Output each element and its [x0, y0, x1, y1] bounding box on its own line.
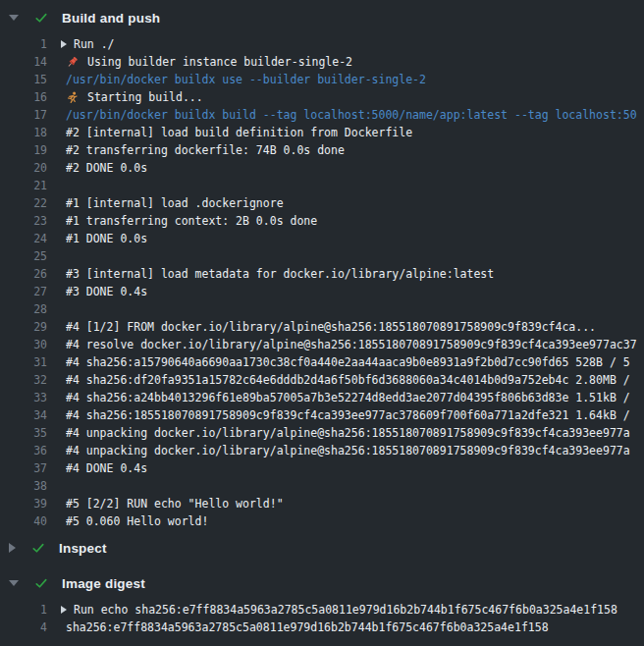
log-line: 16 Starting build...: [0, 88, 644, 106]
log-line-text: Using builder instance builder-single-2: [87, 53, 352, 71]
line-number[interactable]: 22: [0, 194, 47, 212]
section-header-image-digest[interactable]: Image digest: [0, 565, 644, 601]
section-header-build-and-push[interactable]: Build and push: [0, 0, 644, 35]
log-line-text: #4 unpacking docker.io/library/alpine@sh…: [66, 424, 630, 442]
log-line-text: #5 0.060 Hello world!: [66, 512, 208, 530]
log-line-text: #1 transferring context: 2B 0.0s done: [66, 212, 317, 230]
log-section: Inspect: [0, 530, 644, 565]
log-line: 33 #4 sha256:a24bb4013296f61e89ba57005a7…: [0, 389, 644, 406]
chevron-right-icon[interactable]: [9, 543, 16, 553]
log-line-text: /usr/bin/docker buildx build --tag local…: [66, 106, 637, 124]
section-title: Image digest: [62, 576, 145, 591]
section-header-inspect[interactable]: Inspect: [0, 530, 644, 565]
log-line: 1 Run echo sha256:e7ff8834a5963a2785c5a0…: [0, 601, 644, 619]
log-line-text: #4 sha256:185518070891758909c9f839cf4ca3…: [66, 406, 630, 424]
log-line: 31 #4 sha256:a15790640a6690aa1730c38cf0a…: [0, 353, 644, 371]
line-number[interactable]: 20: [0, 159, 47, 177]
line-number[interactable]: 18: [0, 124, 47, 141]
log-line: 26 #3 [internal] load metadata for docke…: [0, 265, 644, 283]
log-line-text: #4 sha256:a15790640a6690aa1730c38cf0a440…: [66, 353, 630, 371]
check-icon: [31, 541, 45, 555]
chevron-down-icon[interactable]: [9, 580, 19, 586]
line-number[interactable]: 39: [0, 495, 47, 512]
line-number[interactable]: 27: [0, 283, 47, 300]
line-number[interactable]: 19: [0, 141, 47, 159]
line-number[interactable]: 23: [0, 212, 47, 230]
chevron-down-icon[interactable]: [9, 15, 19, 21]
log-line-text: #3 DONE 0.4s: [66, 283, 147, 300]
log-line: 37 #4 DONE 0.4s: [0, 459, 644, 477]
log-line-text: #4 sha256:a24bb4013296f61e89ba57005a7b3e…: [66, 389, 630, 406]
log-line: 21: [0, 177, 644, 194]
section-title: Build and push: [62, 11, 160, 26]
check-icon: [34, 576, 48, 590]
expand-group-arrow-icon[interactable]: [61, 606, 67, 614]
line-number[interactable]: 21: [0, 177, 47, 194]
line-number[interactable]: 17: [0, 106, 47, 124]
line-number[interactable]: 1: [0, 35, 47, 53]
expand-group-arrow-icon[interactable]: [61, 40, 67, 48]
log-line: 17 /usr/bin/docker buildx build --tag lo…: [0, 106, 644, 124]
line-number[interactable]: 36: [0, 442, 47, 459]
section-lines: 1 Run echo sha256:e7ff8834a5963a2785c5a0…: [0, 601, 644, 636]
log-line: 27 #3 DONE 0.4s: [0, 283, 644, 300]
log-line: 28: [0, 300, 644, 318]
line-number[interactable]: 29: [0, 318, 47, 336]
line-number[interactable]: 15: [0, 71, 47, 88]
line-number[interactable]: 16: [0, 88, 47, 106]
log-line-text: #2 transferring dockerfile: 74B 0.0s don…: [66, 141, 345, 159]
line-number[interactable]: 4: [0, 619, 47, 636]
actions-job-log: Build and push 1 Run ./ 14 Using builder…: [0, 0, 644, 646]
log-line-text: Run echo sha256:e7ff8834a5963a2785c5a081…: [74, 601, 617, 619]
log-line: 4 sha256:e7ff8834a5963a2785c5a0811e979d1…: [0, 619, 644, 636]
line-number[interactable]: 33: [0, 389, 47, 406]
log-section: Build and push 1 Run ./ 14 Using builder…: [0, 0, 644, 530]
log-line-text: #4 resolve docker.io/library/alpine@sha2…: [66, 336, 637, 353]
log-line: 24 #1 DONE 0.0s: [0, 230, 644, 247]
log-line: 34 #4 sha256:185518070891758909c9f839cf4…: [0, 406, 644, 424]
log-line: 15 /usr/bin/docker buildx use --builder …: [0, 71, 644, 88]
log-line-text: #4 DONE 0.4s: [66, 459, 147, 477]
pushpin-icon: [66, 53, 79, 71]
log-line: 1 Run ./: [0, 35, 644, 53]
line-number[interactable]: 30: [0, 336, 47, 353]
line-number[interactable]: 14: [0, 53, 47, 71]
line-number[interactable]: 28: [0, 300, 47, 318]
log-line: 18 #2 [internal] load build definition f…: [0, 124, 644, 141]
line-number[interactable]: 26: [0, 265, 47, 283]
line-number[interactable]: 32: [0, 371, 47, 389]
log-line: 32 #4 sha256:df20fa9351a15782c64e6dddb2d…: [0, 371, 644, 389]
log-line-text: #4 unpacking docker.io/library/alpine@sh…: [66, 442, 630, 459]
log-line: 40 #5 0.060 Hello world!: [0, 512, 644, 530]
line-number[interactable]: 24: [0, 230, 47, 247]
log-line-text: #1 [internal] load .dockerignore: [66, 194, 284, 212]
log-line: 35 #4 unpacking docker.io/library/alpine…: [0, 424, 644, 442]
section-title: Inspect: [59, 541, 107, 556]
line-number[interactable]: 38: [0, 477, 47, 495]
log-line-text: #2 DONE 0.0s: [66, 159, 147, 177]
log-line-text: Starting build...: [87, 88, 203, 106]
log-line-text: #4 sha256:df20fa9351a15782c64e6dddb2d4a6…: [66, 371, 630, 389]
line-number[interactable]: 34: [0, 406, 47, 424]
log-line: 22 #1 [internal] load .dockerignore: [0, 194, 644, 212]
log-line-text: #1 DONE 0.0s: [66, 230, 147, 247]
log-line-text: #2 [internal] load build definition from…: [66, 124, 412, 141]
runner-icon: [66, 88, 79, 106]
log-line: 38: [0, 477, 644, 495]
line-number[interactable]: 40: [0, 512, 47, 530]
log-line-text: Run ./: [74, 35, 115, 53]
log-line: 23 #1 transferring context: 2B 0.0s done: [0, 212, 644, 230]
log-section: Image digest 1 Run echo sha256:e7ff8834a…: [0, 565, 644, 636]
log-line: 39 #5 [2/2] RUN echo "Hello world!": [0, 495, 644, 512]
log-line: 25: [0, 247, 644, 265]
line-number[interactable]: 37: [0, 459, 47, 477]
line-number[interactable]: 35: [0, 424, 47, 442]
line-number[interactable]: 31: [0, 353, 47, 371]
check-icon: [34, 11, 48, 25]
log-line: 30 #4 resolve docker.io/library/alpine@s…: [0, 336, 644, 353]
line-number[interactable]: 25: [0, 247, 47, 265]
line-number[interactable]: 1: [0, 601, 47, 619]
log-line: 36 #4 unpacking docker.io/library/alpine…: [0, 442, 644, 459]
log-line: 20 #2 DONE 0.0s: [0, 159, 644, 177]
log-line-text: sha256:e7ff8834a5963a2785c5a0811e979d16b…: [66, 619, 549, 636]
